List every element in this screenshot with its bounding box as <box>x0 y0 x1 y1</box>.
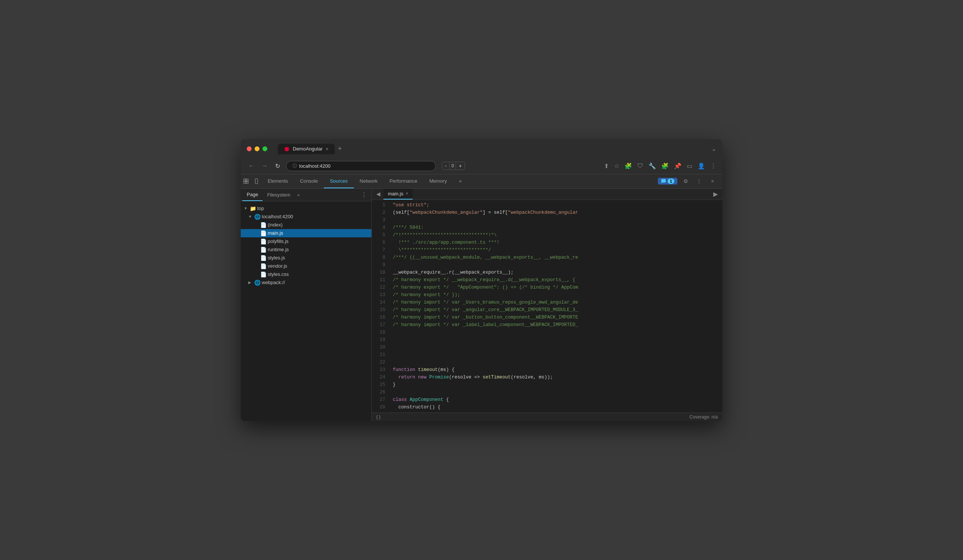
angular-icon <box>284 146 290 152</box>
tree-item-localhost[interactable]: ▼ 🌐 localhost:4200 <box>241 213 371 221</box>
forward-button[interactable]: → <box>260 161 269 171</box>
svg-rect-2 <box>244 181 246 183</box>
code-line-6: !*** ./src/app/app.component.ts ***! <box>393 239 722 246</box>
tree-label-mainjs: main.js <box>268 230 283 236</box>
file-panel-options-button[interactable]: ⋮ <box>358 190 370 200</box>
code-line-9 <box>393 261 722 269</box>
code-line-23: function timeout(ms) { <box>393 366 722 374</box>
refresh-button[interactable]: ↻ <box>274 161 282 171</box>
server-icon-webpack: 🌐 <box>254 280 260 286</box>
browser-window: DemoAngular × + ⌄ ← → ↻ ⓘ localhost:4200… <box>241 139 722 421</box>
code-tab-close-button[interactable]: × <box>405 191 408 196</box>
code-tab-mainjs[interactable]: main.js × <box>383 189 413 199</box>
collapse-right-button[interactable]: ▶ <box>710 189 721 199</box>
extension2-icon[interactable]: 🛡 <box>637 162 643 169</box>
devtools-icon[interactable]: 🔧 <box>648 162 656 170</box>
tree-item-vendor[interactable]: 📄 vendor.js <box>241 262 371 270</box>
sidebar-icon[interactable]: ▭ <box>687 162 692 170</box>
tree-label-polyfills: polyfills.js <box>268 238 289 244</box>
svg-rect-4 <box>255 178 258 183</box>
format-icon[interactable]: { } <box>376 414 380 420</box>
tree-item-mainjs[interactable]: 📄 main.js <box>241 229 371 237</box>
tree-label-runtime: runtime.js <box>268 247 289 252</box>
window-collapse-button[interactable]: ⌄ <box>712 145 716 152</box>
close-window-button[interactable] <box>247 146 251 151</box>
code-line-24: return new Promise(resolve => setTimeout… <box>393 374 722 381</box>
profile-icon[interactable]: 👤 <box>697 162 705 170</box>
code-line-3 <box>393 216 722 224</box>
code-line-26 <box>393 388 722 396</box>
devtools-mobile-button[interactable] <box>251 176 262 186</box>
badge-count: 1 <box>668 178 674 184</box>
code-line-12: /* harmony export */ "AppComponent": () … <box>393 284 722 291</box>
menu-icon[interactable]: ⋮ <box>710 162 716 170</box>
code-line-20 <box>393 344 722 351</box>
code-line-27: class AppComponent { <box>393 396 722 403</box>
server-icon: 🌐 <box>254 214 260 220</box>
tree-label-webpack: webpack:// <box>262 280 285 285</box>
code-area[interactable]: 12345 678910 1112131415 1617181920 21222… <box>372 200 722 413</box>
devtools-tab-sources[interactable]: Sources <box>324 175 354 188</box>
new-tab-button[interactable]: + <box>335 144 345 154</box>
code-line-25: } <box>393 381 722 388</box>
file-icon-vendor: 📄 <box>260 263 266 269</box>
code-line-7: \*******************************/ <box>393 246 722 254</box>
code-content: "use strict"; (self["webpackChunkdemo_an… <box>390 200 722 413</box>
address-bar: ← → ↻ ⓘ localhost:4200 - 0 + ⬆ ☆ 🧩 🛡 🔧 🧩… <box>241 158 722 175</box>
tree-item-top[interactable]: ▼ 📁 top <box>241 204 371 213</box>
devtools-tab-more[interactable]: » <box>453 175 468 188</box>
devtools-tab-elements[interactable]: Elements <box>262 175 294 188</box>
file-panel: Page Filesystem » ⋮ ▼ 📁 top <box>241 189 372 421</box>
devtools-settings-button[interactable]: ⚙ <box>680 176 691 186</box>
tree-item-styles-js[interactable]: 📄 styles.js <box>241 254 371 262</box>
tree-item-polyfills[interactable]: 📄 polyfills.js <box>241 237 371 246</box>
devtools-close-button[interactable]: × <box>707 176 718 186</box>
address-input[interactable]: ⓘ localhost:4200 <box>286 161 436 171</box>
browser-tab-demoangular[interactable]: DemoAngular × <box>278 144 335 154</box>
file-panel-more-button[interactable]: » <box>295 191 302 199</box>
collapse-panel-button[interactable]: ◀ <box>373 189 383 199</box>
tab-close-button[interactable]: × <box>326 146 329 152</box>
tree-item-styles-css[interactable]: 📄 styles.css <box>241 270 371 278</box>
zoom-controls: - 0 + <box>442 162 465 170</box>
zoom-in-button[interactable]: + <box>456 162 464 170</box>
code-footer: { } Coverage: n/a <box>372 413 722 421</box>
file-icon-styles-css: 📄 <box>260 271 266 277</box>
file-icon-polyfills: 📄 <box>260 238 266 244</box>
tree-label-styles-js: styles.js <box>268 255 285 261</box>
file-panel-tab-filesystem[interactable]: Filesystem <box>263 189 295 201</box>
devtools-options-button[interactable]: ⋮ <box>694 176 704 186</box>
back-button[interactable]: ← <box>247 161 256 171</box>
folder-icon: 📁 <box>250 206 256 212</box>
devtools-tab-performance[interactable]: Performance <box>383 175 423 188</box>
maximize-window-button[interactable] <box>263 146 268 151</box>
devtools-tab-console[interactable]: Console <box>294 175 324 188</box>
tree-item-runtime[interactable]: 📄 runtime.js <box>241 246 371 254</box>
tree-label-localhost: localhost:4200 <box>262 214 293 219</box>
share-icon[interactable]: ⬆ <box>604 162 609 170</box>
code-line-5: /*!*******************************!*\ <box>393 231 722 239</box>
code-line-16: /* harmony import */ var _button_button_… <box>393 314 722 321</box>
tree-arrow-localhost: ▼ <box>248 215 253 218</box>
tree-arrow-top: ▼ <box>244 206 248 210</box>
devtools-inspector-button[interactable] <box>241 176 251 186</box>
traffic-lights <box>247 146 268 151</box>
bookmark-icon[interactable]: ☆ <box>614 162 619 170</box>
zoom-out-button[interactable]: - <box>442 162 449 170</box>
code-line-18 <box>393 329 722 336</box>
pin-icon[interactable]: 📌 <box>674 162 681 170</box>
tree-item-webpack[interactable]: ▶ 🌐 webpack:// <box>241 278 371 287</box>
code-line-22 <box>393 359 722 366</box>
devtools-tab-memory[interactable]: Memory <box>423 175 453 188</box>
file-tree: ▼ 📁 top ▼ 🌐 localhost:4200 📄 (in <box>241 201 371 421</box>
devtools-body: Page Filesystem » ⋮ ▼ 📁 top <box>241 189 722 421</box>
minimize-window-button[interactable] <box>255 146 259 151</box>
tree-arrow-webpack: ▶ <box>248 280 253 285</box>
tree-item-index[interactable]: 📄 (index) <box>241 221 371 229</box>
console-messages-button[interactable]: 1 <box>658 178 677 185</box>
extensions-icon[interactable]: 🧩 <box>624 162 632 170</box>
puzzle-icon[interactable]: 🧩 <box>661 162 669 170</box>
devtools-tab-network[interactable]: Network <box>354 175 384 188</box>
file-panel-tab-page[interactable]: Page <box>242 189 263 201</box>
tree-label-vendor: vendor.js <box>268 263 287 269</box>
